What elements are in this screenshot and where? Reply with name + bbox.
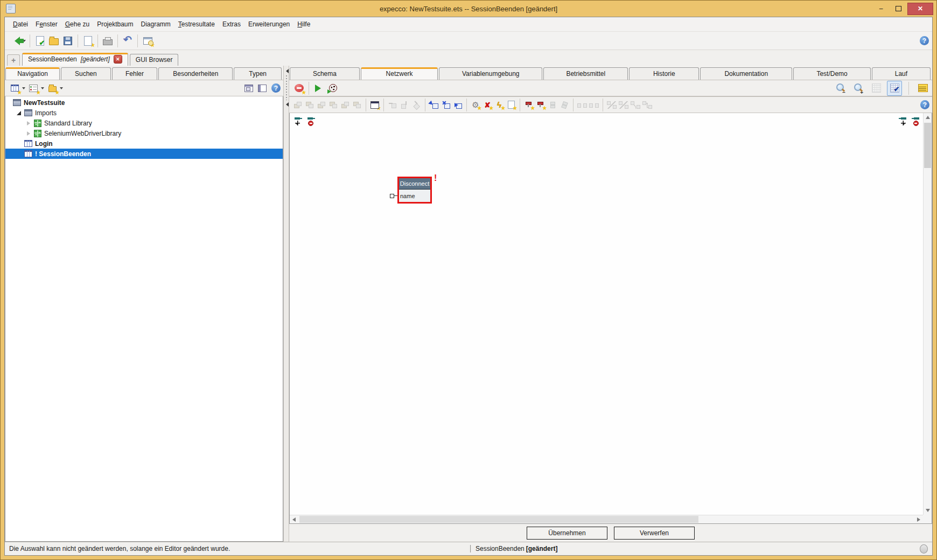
new-step-icon[interactable] <box>369 99 381 111</box>
splitter-handle[interactable] <box>286 75 287 100</box>
zoom-out-icon[interactable]: − <box>834 81 848 95</box>
open-window-icon[interactable] <box>244 85 253 92</box>
uebernehmen-button[interactable]: Übernehmen <box>527 527 607 540</box>
run-icon[interactable] <box>312 81 326 95</box>
open-folder-button[interactable] <box>47 34 61 48</box>
back-button[interactable] <box>8 34 22 48</box>
line-orthogonal-icon[interactable] <box>641 99 653 111</box>
connector-rotate-icon[interactable] <box>558 99 570 111</box>
tab-test-demo[interactable]: Test/Demo <box>793 67 871 80</box>
tab-variablenumgebung[interactable]: Variablenumgebung <box>439 67 542 80</box>
vertical-scrollbar[interactable] <box>923 113 932 515</box>
collapse-left-icon[interactable] <box>284 69 289 73</box>
new-document-icon[interactable] <box>505 99 517 111</box>
undo-button[interactable]: ↶ <box>121 34 135 48</box>
tree-view-new-icon[interactable] <box>8 81 22 95</box>
tree-item-imports[interactable]: Imports <box>5 108 283 118</box>
expander-closed-icon[interactable] <box>26 121 31 126</box>
tree-item-sessionbeenden[interactable]: ! SessionBeenden <box>5 149 283 159</box>
menu-hilfe[interactable]: Hilfe <box>293 18 314 30</box>
menu-diagramm[interactable]: Diagramm <box>137 18 174 30</box>
tab-schema[interactable]: Schema <box>290 67 360 80</box>
node-title[interactable]: Disconnect <box>399 178 430 190</box>
minimize-button[interactable]: – <box>873 3 889 15</box>
tab-fehler[interactable]: Fehler <box>112 67 157 80</box>
menu-datei[interactable]: Datei <box>9 18 32 30</box>
node-disconnect[interactable]: Disconnect name <box>397 177 432 204</box>
tree-view-dropdown-icon[interactable] <box>22 87 25 91</box>
debug-icon[interactable] <box>326 81 340 95</box>
list-view-new-icon[interactable] <box>26 81 40 95</box>
close-button[interactable]: ✕ <box>907 3 933 15</box>
delete-attribute-icon[interactable]: ✘ <box>481 99 493 111</box>
trigger-icon[interactable]: ϟ <box>493 99 505 111</box>
move-out-icon[interactable] <box>410 99 422 111</box>
tab-dokumentation[interactable]: Dokumentation <box>700 67 792 80</box>
new-window-button[interactable] <box>81 34 95 48</box>
align-top-icon[interactable] <box>316 99 327 111</box>
pin-block-icon[interactable] <box>911 116 920 126</box>
vertical-scroll-thumb[interactable] <box>924 123 931 168</box>
menu-erweiterungen[interactable]: Erweiterungen <box>244 18 293 30</box>
tab-navigation[interactable]: Navigation <box>5 67 60 80</box>
tab-suchen[interactable]: Suchen <box>61 67 111 80</box>
split-view-icon[interactable] <box>258 85 267 92</box>
expander-open-icon[interactable] <box>16 110 22 116</box>
tree-item-newtestsuite[interactable]: NewTestsuite <box>5 97 283 108</box>
insert-window-icon[interactable] <box>452 99 464 111</box>
add-input-pin-icon[interactable] <box>523 99 535 111</box>
line-diagonal-2-icon[interactable] <box>618 99 630 111</box>
pin-block-icon[interactable] <box>307 116 316 126</box>
grid-icon[interactable] <box>869 81 883 95</box>
maximize-button[interactable] <box>890 3 906 15</box>
pin-move-icon[interactable] <box>898 116 907 126</box>
expander-closed-icon[interactable] <box>26 131 31 136</box>
tab-sessionbeenden[interactable]: SessionBeenden [geändert] ✕ <box>22 53 128 66</box>
add-window-icon[interactable] <box>440 99 452 111</box>
accept-document-button[interactable]: ✔ <box>33 34 47 48</box>
tab-betriebsmittel[interactable]: Betriebsmittel <box>543 67 628 80</box>
align-h-center-icon[interactable] <box>339 99 351 111</box>
menu-fenster[interactable]: Fenster <box>32 18 61 30</box>
align-left-icon[interactable] <box>292 99 304 111</box>
add-step-window-icon[interactable] <box>428 99 440 111</box>
align-bottom-icon[interactable] <box>327 99 339 111</box>
tab-netzwerk[interactable]: Netzwerk <box>361 67 438 80</box>
close-tab-icon[interactable]: ✕ <box>114 55 122 64</box>
move-into-icon[interactable] <box>387 99 398 111</box>
new-attribute-icon[interactable]: ⚙ <box>470 99 481 111</box>
help-icon[interactable]: ? <box>920 36 929 45</box>
menu-projektbaum[interactable]: Projektbaum <box>93 18 137 30</box>
help-icon[interactable]: ? <box>271 83 281 93</box>
network-canvas[interactable]: Disconnect name ! <box>290 113 923 515</box>
align-v-center-icon[interactable] <box>351 99 363 111</box>
horizontal-scrollbar[interactable] <box>290 515 923 523</box>
scroll-right-icon[interactable] <box>917 517 920 522</box>
folder-new-icon[interactable] <box>45 81 59 95</box>
align-right-icon[interactable] <box>304 99 316 111</box>
snap-to-grid-icon[interactable]: ✔ <box>887 81 902 96</box>
add-tab-button[interactable]: + <box>7 54 20 66</box>
tree-item-standard-library[interactable]: Standard Library <box>5 118 283 128</box>
resize-grip-icon[interactable] <box>920 544 928 554</box>
collapse-left-icon[interactable] <box>284 102 289 107</box>
folder-dropdown-icon[interactable] <box>60 87 63 91</box>
tab-lauf[interactable]: Lauf <box>872 67 931 80</box>
tab-besonderheiten[interactable]: Besonderheiten <box>158 67 233 80</box>
panel-splitter[interactable] <box>283 66 289 542</box>
help-icon[interactable]: ? <box>920 100 929 109</box>
input-pin-port[interactable] <box>390 194 397 198</box>
tree-item-seleniumwebdriverlibrary[interactable]: SeleniumWebDriverLibrary <box>5 128 283 138</box>
horizontal-scroll-thumb[interactable] <box>299 516 698 523</box>
add-output-pin-icon[interactable] <box>535 99 547 111</box>
scroll-left-icon[interactable] <box>292 517 296 522</box>
save-button[interactable] <box>61 34 75 48</box>
history-window-button[interactable] <box>141 34 155 48</box>
scroll-down-icon[interactable] <box>926 509 930 512</box>
pin-move-icon[interactable] <box>294 116 303 126</box>
menu-extras[interactable]: Extras <box>219 18 244 30</box>
print-button[interactable] <box>101 34 115 48</box>
tab-historie[interactable]: Historie <box>629 67 699 80</box>
title-bar[interactable]: expecco: NewTestsuite.ets -- SessionBeen… <box>1 1 936 17</box>
tab-typen[interactable]: Typen <box>234 67 282 80</box>
